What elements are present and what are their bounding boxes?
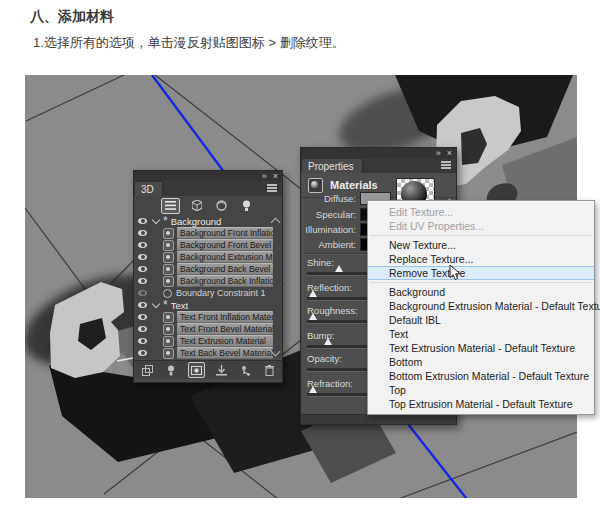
scene-group-icon: * (163, 218, 168, 224)
tree-row-material[interactable]: Text Front Bevel Material (134, 323, 282, 335)
material-sphere-icon (163, 336, 174, 347)
tree-row-material[interactable]: Text Back Bevel Material (134, 347, 282, 359)
section-heading: 八、添加材料 (30, 8, 114, 26)
material-sphere-icon (163, 252, 174, 263)
trash-icon[interactable] (262, 363, 277, 377)
filter-scene-icon[interactable] (161, 198, 180, 214)
visibility-eye-icon[interactable] (138, 326, 147, 332)
close-panel-icon[interactable]: × (447, 149, 452, 157)
tutorial-page: 八、添加材料 1.选择所有的选项，单击漫反射贴图图标 > 删除纹理。 (0, 0, 600, 508)
tree-row-group[interactable]: * Background (134, 215, 282, 227)
menu-separator (370, 282, 592, 283)
opacity-label: Opacity: (307, 353, 342, 364)
shine-label: Shine: (307, 257, 334, 268)
properties-titlebar: » × (301, 148, 456, 158)
render-camera-icon[interactable] (188, 362, 205, 378)
panel-menu-icon[interactable] (267, 187, 277, 189)
step-instruction: 1.选择所有的选项，单击漫反射贴图图标 > 删除纹理。 (33, 34, 345, 52)
menu-item[interactable]: Replace Texture... (368, 252, 594, 266)
close-panel-icon[interactable]: × (273, 172, 278, 180)
filter-meshes-icon[interactable] (188, 199, 205, 213)
visibility-eye-icon[interactable] (138, 338, 147, 344)
material-sphere-icon (163, 312, 174, 323)
visibility-eye-icon[interactable] (138, 302, 147, 308)
tree-row-material[interactable]: Background Back Bevel Mat... (134, 263, 282, 275)
menu-item[interactable]: Bottom (368, 355, 594, 369)
panel-menu-icon[interactable] (441, 164, 451, 166)
3d-panel-toolbar (134, 360, 282, 379)
collapse-panel-icon[interactable]: » (436, 149, 441, 157)
menu-item[interactable]: Top (368, 383, 594, 397)
tree-row-material[interactable]: Background Front Bevel Ma... (134, 239, 282, 251)
chevron-down-icon[interactable] (152, 299, 160, 307)
materials-sphere-icon (308, 178, 323, 193)
ik-pin-icon[interactable] (238, 363, 253, 377)
slider-thumb[interactable] (335, 265, 343, 272)
menu-item: Edit Texture... (368, 205, 594, 219)
menu-item: Edit UV Properties... (368, 219, 594, 233)
visibility-eye-icon[interactable] (138, 350, 147, 356)
tree-row-material[interactable]: Text Extrusion Material (134, 335, 282, 347)
visibility-eye-icon[interactable] (138, 290, 147, 296)
3d-panel: » × 3D * Backgroun (133, 170, 283, 383)
menu-item[interactable]: Default IBL (368, 313, 594, 327)
slider-thumb[interactable] (309, 290, 317, 297)
menu-item[interactable]: Text (368, 327, 594, 341)
mouse-cursor-icon (449, 264, 461, 286)
visibility-eye-icon[interactable] (138, 254, 147, 260)
3d-panel-titlebar: » × (134, 171, 282, 181)
tree-row-material[interactable]: Text Front Inflation Material (134, 311, 282, 323)
menu-item-remove-texture[interactable]: Remove Texture (368, 266, 594, 280)
texture-context-menu: Edit Texture... Edit UV Properties... Ne… (367, 200, 595, 415)
tree-row-constraint[interactable]: Boundary Constraint 1 (134, 287, 282, 299)
slider-thumb[interactable] (309, 313, 317, 320)
material-sphere-icon (163, 324, 174, 335)
visibility-eye-icon[interactable] (138, 230, 147, 236)
tab-properties[interactable]: Properties (301, 158, 363, 173)
visibility-eye-icon[interactable] (138, 218, 147, 224)
tree-row-material[interactable]: Background Extrusion Mate... (134, 251, 282, 263)
scene-group-icon: * (163, 302, 168, 308)
menu-item[interactable]: Text Extrusion Material - Default Textur… (368, 341, 594, 355)
filter-lights-icon[interactable] (238, 199, 255, 213)
material-sphere-icon (163, 240, 174, 251)
visibility-eye-icon[interactable] (138, 242, 147, 248)
tree-row-material[interactable]: Background Back Inflation ... (134, 275, 282, 287)
slider-thumb[interactable] (324, 338, 332, 345)
3d-scene-tree: * Background Background Front Inflation … (134, 215, 282, 359)
menu-separator (370, 235, 592, 236)
menu-item[interactable]: Top Extrusion Material - Default Texture (368, 397, 594, 411)
menu-item[interactable]: New Texture... (368, 238, 594, 252)
material-sphere-icon (163, 228, 174, 239)
material-sphere-icon (163, 348, 174, 359)
properties-tabbar: Properties (301, 158, 456, 173)
visibility-eye-icon[interactable] (138, 278, 147, 284)
visibility-eye-icon[interactable] (138, 266, 147, 272)
collapse-panel-icon[interactable]: » (262, 172, 267, 180)
material-sphere-icon (163, 276, 174, 287)
chevron-down-icon[interactable] (152, 215, 160, 223)
tree-row-material[interactable]: Background Front Inflation ... (134, 227, 282, 239)
tab-3d[interactable]: 3D (134, 181, 163, 196)
panel-footer (301, 414, 456, 424)
slider-thumb[interactable] (309, 386, 317, 393)
menu-item[interactable]: Background (368, 285, 594, 299)
tree-row-group[interactable]: * Text (134, 299, 282, 311)
constraint-icon (163, 289, 172, 298)
3d-panel-tabbar: 3D (134, 181, 282, 196)
materials-header-label: Materials (330, 179, 378, 191)
light-bulb-icon[interactable] (164, 363, 179, 377)
drop-to-ground-icon[interactable] (214, 363, 229, 377)
visibility-eye-icon[interactable] (138, 314, 147, 320)
menu-item[interactable]: Bottom Extrusion Material - Default Text… (368, 369, 594, 383)
menu-item[interactable]: Background Extrusion Material - Default … (368, 299, 594, 313)
filter-materials-icon[interactable] (213, 199, 230, 213)
layers-icon[interactable] (140, 363, 155, 377)
3d-filter-bar (134, 196, 282, 216)
material-sphere-icon (163, 264, 174, 275)
